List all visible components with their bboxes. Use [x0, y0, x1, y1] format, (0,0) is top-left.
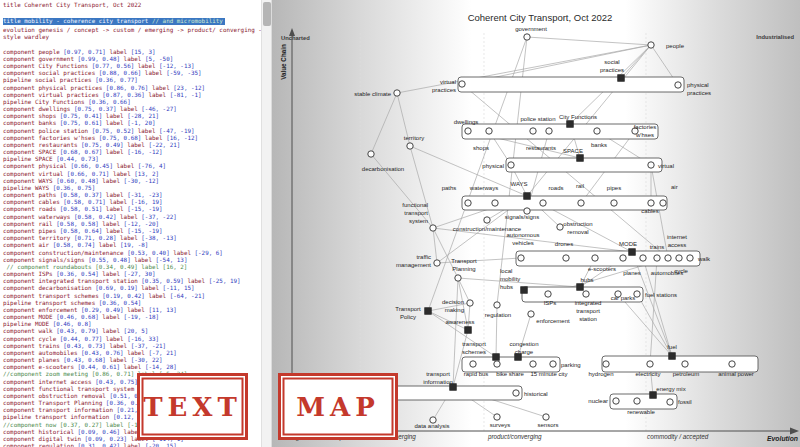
node-electricity[interactable]: [647, 361, 653, 367]
edge-functional_transport_system-traffic_management: [433, 228, 437, 263]
node-restaurants[interactable]: [530, 128, 536, 134]
node-petroleum[interactable]: [682, 361, 688, 367]
node-cycle[interactable]: [676, 255, 682, 261]
node-label-shops: shops: [473, 145, 489, 151]
node-automobiles[interactable]: [640, 255, 646, 261]
node-label-drones: drones: [555, 241, 573, 247]
node-label-car_parks: car parks: [611, 295, 636, 301]
node-functional_transport_system[interactable]: [430, 225, 436, 231]
edge-mode-fuel: [632, 252, 672, 356]
node-energy_mix[interactable]: [650, 392, 656, 398]
wardley-map-app: title Coherent City Transport, Oct 2022t…: [0, 0, 800, 447]
node-parking[interactable]: [550, 361, 556, 367]
node-paths[interactable]: [465, 200, 471, 206]
node-hubs[interactable]: [577, 284, 583, 290]
node-regulation[interactable]: [494, 302, 500, 308]
value-chain-label: Value Chain: [280, 44, 287, 80]
node-banks[interactable]: [594, 128, 600, 134]
node-virtual_practices[interactable]: [459, 81, 465, 87]
node-trains[interactable]: [654, 255, 660, 261]
node-label-historical: historical: [524, 391, 548, 397]
node-dwellings[interactable]: [465, 128, 471, 134]
node-pipes[interactable]: [611, 200, 617, 206]
node-social_practices[interactable]: [618, 75, 624, 81]
annotation-label: TEXT: [143, 392, 242, 422]
node-label-sensors: sensors: [537, 422, 558, 428]
node-label-government: government: [515, 26, 547, 32]
node-label-decarbonisation: decarbonisation: [362, 166, 404, 172]
node-label-transport_policy: TransportPolicy: [395, 306, 421, 320]
node-label-congestion_charge: congestioncharge: [509, 341, 538, 355]
node-mode[interactable]: [629, 249, 635, 255]
node-label-people: people: [666, 43, 685, 49]
node-label-stable_climate: stable climate: [354, 91, 391, 97]
node-awareness[interactable]: [465, 327, 471, 333]
node-historical[interactable]: [513, 390, 519, 396]
node-internet_access[interactable]: [665, 255, 671, 261]
industrialised-label: Industrialised: [756, 34, 794, 40]
node-ways[interactable]: [524, 193, 530, 199]
node-obstruction_removal[interactable]: [557, 224, 563, 230]
node-physical[interactable]: [508, 162, 514, 168]
node-bike_share[interactable]: [494, 361, 500, 367]
node-city_functions[interactable]: [567, 121, 573, 127]
node-air[interactable]: [660, 200, 666, 206]
stage-label: commodity / accepted: [647, 433, 709, 441]
node-planes[interactable]: [620, 255, 626, 261]
node-hydrogen[interactable]: [603, 361, 609, 367]
node-shops[interactable]: [486, 128, 492, 134]
node-label-isps: ISPs: [544, 300, 557, 306]
node-waterways[interactable]: [492, 200, 498, 206]
node-surveys[interactable]: [494, 414, 500, 420]
node-space[interactable]: [577, 155, 583, 161]
node-transport_planning[interactable]: [455, 275, 461, 281]
node-label-parking: parking: [561, 362, 581, 368]
node-isps[interactable]: [545, 291, 551, 297]
node-transport_schemes[interactable]: [493, 354, 499, 360]
node-fuel[interactable]: [669, 353, 675, 359]
node-label-data_analysis: data analysis: [414, 423, 449, 429]
node-roads[interactable]: [540, 200, 546, 206]
node-label-roads: roads: [548, 185, 563, 191]
node-territory[interactable]: [407, 143, 413, 149]
node-decision_making[interactable]: [467, 300, 473, 306]
node-traffic_management[interactable]: [434, 260, 440, 266]
node-enforcement[interactable]: [528, 311, 534, 317]
node-decarbonisation[interactable]: [368, 151, 374, 157]
node-nuclear[interactable]: [613, 398, 619, 404]
node-label-local_mobility_hubs: localmobilityhubs: [500, 268, 520, 290]
node-stable_climate[interactable]: [394, 90, 400, 96]
node-autonomous_vehicles[interactable]: [518, 255, 524, 261]
node-label-cycle: cycle: [674, 268, 688, 274]
annotation-box-map: MAP: [278, 373, 398, 440]
evolution-arrow: [790, 428, 799, 435]
node-walk[interactable]: [687, 255, 693, 261]
node-government[interactable]: [524, 34, 530, 40]
pipeline-bar: [462, 357, 560, 372]
node-fossil[interactable]: [667, 399, 673, 405]
node-animal_power[interactable]: [729, 361, 735, 367]
node-rapid_bus[interactable]: [470, 361, 476, 367]
node-integrated_transport_station[interactable]: [583, 291, 589, 297]
node-virtual[interactable]: [648, 162, 654, 168]
node-label-hubs: hubs: [580, 277, 593, 283]
node-renewable[interactable]: [634, 398, 640, 404]
node-physical_practices[interactable]: [675, 82, 681, 88]
edge-stable_climate-decarbonisation: [371, 93, 397, 154]
node-cables[interactable]: [648, 200, 654, 206]
node-construction_maintenance[interactable]: [484, 217, 490, 223]
node-sensors[interactable]: [543, 414, 549, 420]
node-label-hydrogen: hydrogen: [588, 371, 613, 377]
node-people[interactable]: [648, 42, 654, 48]
node-e_scooters[interactable]: [592, 255, 598, 261]
node-fifteen_min_city[interactable]: [530, 361, 536, 367]
node-transport_policy[interactable]: [425, 308, 431, 314]
node-rail[interactable]: [578, 200, 584, 206]
node-label-integrated_transport_station: integratedtransportstation: [575, 300, 602, 322]
node-local_mobility_hubs[interactable]: [521, 287, 527, 293]
node-police_station[interactable]: [546, 128, 552, 134]
node-drones[interactable]: [563, 255, 569, 261]
node-label-rail: rail: [576, 183, 584, 189]
edge-decision_making-awareness: [468, 303, 470, 330]
node-label-banks: banks: [591, 142, 607, 148]
